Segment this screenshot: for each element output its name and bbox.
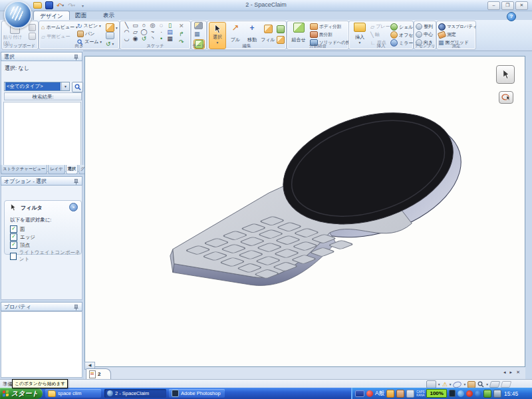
view-layers-icon[interactable]	[106, 32, 114, 39]
fill-button[interactable]: フィル	[261, 23, 275, 43]
lasso-select-button[interactable]	[499, 91, 513, 104]
bluetooth-icon[interactable]	[475, 390, 481, 397]
checkbox-icon[interactable]	[10, 253, 17, 260]
section-mode-icon[interactable]: ▦	[194, 31, 200, 37]
selection-results-list[interactable]	[3, 102, 81, 172]
pin-icon[interactable]	[74, 179, 78, 185]
selection-panel-header: 選択	[1, 52, 82, 61]
3d-model-remote[interactable]	[85, 57, 526, 366]
center-button[interactable]: 中心	[416, 31, 433, 38]
safely-remove-icon[interactable]	[458, 390, 464, 397]
ime-mode-text[interactable]: A般	[375, 390, 384, 398]
folder-icon	[48, 390, 56, 397]
open-icon[interactable]	[33, 2, 42, 9]
filter-title: フィルタ	[21, 204, 43, 211]
checkbox-edge[interactable]: ✓エッジ	[10, 233, 35, 241]
pull-button[interactable]: ↗ プル	[228, 23, 243, 43]
insert-button[interactable]: 挿入 ▾	[351, 23, 368, 45]
type-filter-combobox[interactable]: <全てのタイプ> ▼	[4, 82, 70, 91]
checkbox-icon[interactable]: ✓	[10, 225, 17, 233]
network-icon[interactable]	[483, 390, 491, 398]
restore-button[interactable]: ❐	[501, 1, 514, 10]
ime-help-icon[interactable]	[406, 390, 414, 398]
properties-panel-body[interactable]	[1, 311, 82, 378]
minimize-button[interactable]: –	[487, 1, 500, 10]
redo-icon[interactable]: ↷▾	[67, 2, 76, 9]
plan-view-button[interactable]: ▱平面ビュー	[41, 33, 70, 40]
checkbox-icon[interactable]: ✓	[10, 241, 17, 249]
shell-button[interactable]: シェル	[390, 23, 414, 31]
select-tool-floating-button[interactable]	[496, 65, 515, 84]
snap-tool-icon[interactable]	[489, 381, 501, 388]
model-canvas[interactable]	[84, 56, 525, 367]
battery-indicator[interactable]: 100%	[426, 389, 446, 398]
sketch-mode-icon[interactable]	[194, 22, 203, 29]
sketch-tools-grid[interactable]: ╲▭○◎◌▯ ◠▱◯~∙▤ ◡◉↺◝•▦	[122, 22, 176, 42]
taskbar-item-space-clim[interactable]: space clim	[45, 389, 101, 398]
tab-display[interactable]: 表示	[97, 11, 120, 20]
tab-layers[interactable]: レイヤ	[48, 165, 65, 174]
close-document-icon[interactable]: ✕	[516, 370, 520, 375]
tab-drawing[interactable]: 図面	[69, 11, 92, 20]
save-icon[interactable]	[45, 2, 53, 9]
tab-scroll-left-icon[interactable]: ◂	[503, 370, 506, 375]
measure-button[interactable]: 測定	[438, 31, 456, 38]
tray-clock[interactable]: 15:45	[504, 390, 518, 397]
trim-icon[interactable]: ✕	[179, 23, 184, 29]
tab-strip-controls: ◂ ▸ ✕	[503, 370, 520, 375]
checkbox-lightweight-component[interactable]: ライトウェイトコンポーネント	[10, 249, 81, 263]
cut-icon[interactable]	[29, 24, 36, 31]
split-body-button[interactable]: ボディ分割	[310, 23, 341, 30]
mass-properties-button[interactable]: マスプロパティ	[438, 23, 477, 31]
sweep-arc-icon: ◉	[131, 35, 140, 42]
taskbar-item-photoshop[interactable]: Adobe Photoshop	[169, 389, 225, 398]
document-tab[interactable]: 2	[86, 368, 111, 379]
pan-button[interactable]: パン	[77, 31, 94, 37]
spaceclaim-app-icon	[107, 390, 113, 396]
customize-qat-icon[interactable]: ▾	[78, 2, 87, 9]
move-button[interactable]: + 移動	[245, 23, 259, 43]
pin-icon[interactable]	[74, 55, 78, 61]
zoom-tool-icon[interactable]	[477, 381, 484, 388]
collapse-section-icon[interactable]: ×	[69, 203, 78, 211]
undo-icon[interactable]: ↶▾	[56, 2, 65, 9]
search-results-bar[interactable]: 検索結果:	[4, 92, 82, 100]
spin-button[interactable]: ↻スピン▾	[77, 23, 101, 29]
home-view-button[interactable]: ⌂ホームビュー▾	[41, 24, 78, 31]
link-tool-icon[interactable]	[501, 381, 512, 388]
ati-tray-icon[interactable]	[466, 390, 473, 397]
checkbox-icon[interactable]: ✓	[10, 233, 17, 241]
combine-icon	[293, 23, 305, 33]
ime-minimize-icon[interactable]	[355, 390, 364, 397]
pan-tool-icon[interactable]	[467, 381, 475, 388]
search-button[interactable]	[72, 82, 83, 92]
tab-scroll-right-icon[interactable]: ▸	[510, 370, 513, 375]
checkbox-face[interactable]: ✓面	[10, 225, 25, 233]
tab-design[interactable]: デザイン	[33, 11, 70, 21]
spaceclaim-logo-icon[interactable]	[4, 1, 32, 29]
ime-ball-icon[interactable]	[366, 390, 373, 397]
tab-selection[interactable]: 選択	[66, 165, 78, 174]
chevron-down-icon[interactable]: ▼	[61, 82, 69, 90]
power-plug-icon[interactable]	[449, 390, 456, 397]
ime-pad-icon[interactable]	[396, 390, 404, 398]
warning-icon[interactable]: ⚠	[442, 381, 448, 388]
combine-button[interactable]: 組合せ	[289, 23, 308, 43]
split-curve-icon[interactable]: ↱	[179, 31, 184, 37]
help-button[interactable]: ?	[507, 12, 516, 21]
align-button[interactable]: 整列	[416, 23, 433, 30]
taskbar-item-spaceclaim[interactable]: 2 - SpaceClaim	[104, 389, 166, 398]
display-settings-icon[interactable]	[493, 390, 501, 398]
axis-button[interactable]: ╲軸	[370, 31, 380, 38]
pin-icon[interactable]	[74, 305, 78, 311]
split-face-button[interactable]: 面分割	[310, 31, 332, 38]
close-button[interactable]: ✕	[515, 1, 528, 10]
ime-options-icon[interactable]	[386, 390, 394, 398]
cursor-icon	[9, 203, 17, 211]
blend-icon[interactable]	[277, 25, 285, 33]
checkbox-vertex[interactable]: ✓頂点	[10, 241, 30, 249]
tab-structure-view[interactable]: ストラクチャービュー	[1, 165, 47, 174]
start-button[interactable]: スタート	[0, 388, 43, 399]
copy-icon[interactable]	[29, 33, 36, 40]
view-box-icon[interactable]: ▾	[106, 23, 118, 32]
